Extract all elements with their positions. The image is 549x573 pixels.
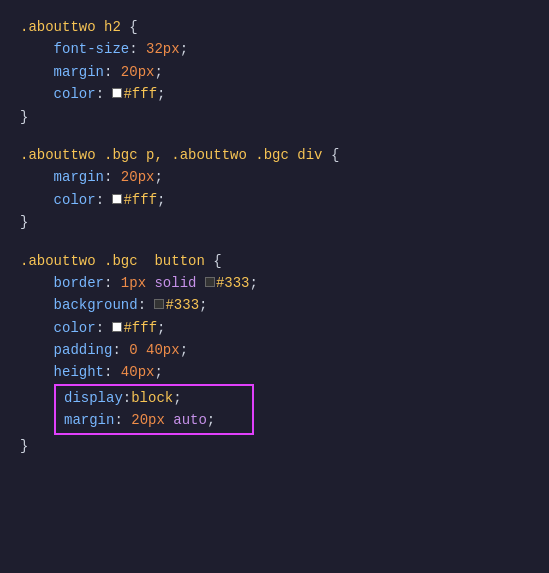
color-swatch-333 [154, 299, 164, 309]
selector-text: . [20, 16, 28, 38]
selector-line: .abouttwo h2 { [20, 16, 529, 38]
color-swatch-fff [112, 88, 122, 98]
selector-line: .abouttwo .bgc button { [20, 250, 529, 272]
property-line: margin: 20px; [20, 61, 529, 83]
highlighted-line-margin: margin: 20px auto; [60, 409, 246, 431]
property-line: color: #fff; [20, 317, 529, 339]
closing-brace: } [20, 211, 529, 233]
closing-brace: } [20, 106, 529, 128]
property-line: margin: 20px; [20, 166, 529, 188]
property-line: color: #fff; [20, 83, 529, 105]
property-line: font-size: 32px; [20, 38, 529, 60]
highlighted-line-display: display:block; [60, 387, 246, 409]
property-line: background: #333; [20, 294, 529, 316]
css-block-3: .abouttwo .bgc button { border: 1px soli… [20, 250, 529, 458]
property-line: height: 40px; [20, 361, 529, 383]
code-editor: .abouttwo h2 { font-size: 32px; margin: … [0, 0, 549, 481]
css-block-2: .abouttwo .bgc p, .abouttwo .bgc div { m… [20, 144, 529, 234]
property-line: border: 1px solid #333; [20, 272, 529, 294]
property-line: padding: 0 40px; [20, 339, 529, 361]
closing-brace: } [20, 435, 529, 457]
color-swatch-fff [112, 322, 122, 332]
color-swatch-fff [112, 194, 122, 204]
color-swatch-333 [205, 277, 215, 287]
property-line: color: #fff; [20, 189, 529, 211]
css-block-1: .abouttwo h2 { font-size: 32px; margin: … [20, 16, 529, 128]
selector-line: .abouttwo .bgc p, .abouttwo .bgc div { [20, 144, 529, 166]
highlighted-region: display:block; margin: 20px auto; [20, 384, 529, 435]
